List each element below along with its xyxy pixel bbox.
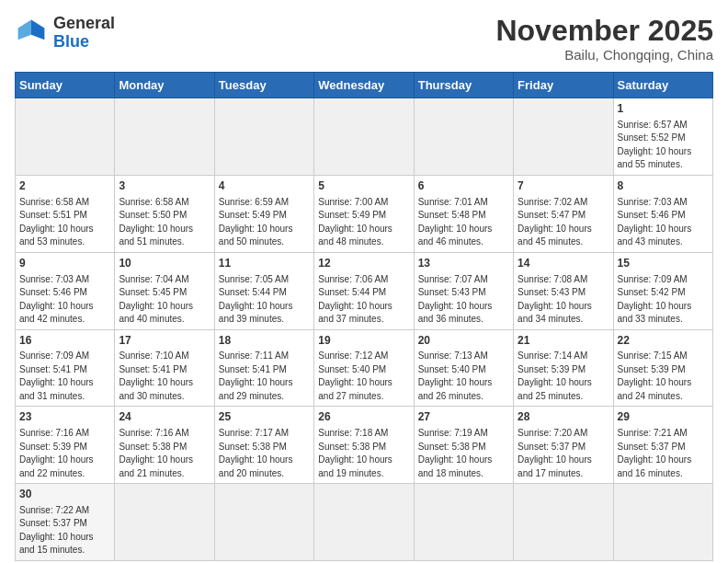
day-info: Sunrise: 7:17 AM Sunset: 5:38 PM Dayligh… <box>219 427 310 480</box>
calendar-day: 4Sunrise: 6:59 AM Sunset: 5:49 PM Daylig… <box>214 175 313 252</box>
day-number: 13 <box>418 256 509 271</box>
calendar-week-0: 1Sunrise: 6:57 AM Sunset: 5:52 PM Daylig… <box>16 98 713 176</box>
day-number: 8 <box>618 178 709 194</box>
calendar-day: 21Sunrise: 7:14 AM Sunset: 5:39 PM Dayli… <box>514 329 613 407</box>
calendar-day: 19Sunrise: 7:12 AM Sunset: 5:40 PM Dayli… <box>314 329 414 407</box>
day-info: Sunrise: 7:22 AM Sunset: 5:37 PM Dayligh… <box>19 504 110 557</box>
calendar-day <box>115 98 214 176</box>
calendar-day <box>115 484 214 561</box>
logo-icon <box>15 17 48 50</box>
weekday-header-sunday: Sunday <box>16 73 115 98</box>
day-info: Sunrise: 7:05 AM Sunset: 5:44 PM Dayligh… <box>219 273 310 327</box>
day-number: 28 <box>518 409 609 425</box>
day-info: Sunrise: 7:20 AM Sunset: 5:37 PM Dayligh… <box>518 427 609 480</box>
calendar-day: 1Sunrise: 6:57 AM Sunset: 5:52 PM Daylig… <box>613 98 712 176</box>
day-number: 27 <box>418 409 509 425</box>
calendar-day: 22Sunrise: 7:15 AM Sunset: 5:39 PM Dayli… <box>613 329 712 407</box>
logo-text: General Blue <box>53 15 115 52</box>
calendar-week-3: 16Sunrise: 7:09 AM Sunset: 5:41 PM Dayli… <box>16 329 713 407</box>
calendar-week-2: 9Sunrise: 7:03 AM Sunset: 5:46 PM Daylig… <box>16 252 713 329</box>
day-info: Sunrise: 6:58 AM Sunset: 5:50 PM Dayligh… <box>119 196 210 249</box>
calendar-day <box>613 484 712 561</box>
logo: General Blue <box>15 15 115 52</box>
weekday-header-thursday: Thursday <box>414 73 513 98</box>
day-number: 29 <box>618 409 709 425</box>
day-number: 15 <box>618 256 709 271</box>
day-info: Sunrise: 7:00 AM Sunset: 5:49 PM Dayligh… <box>318 196 409 249</box>
calendar-day <box>414 484 513 561</box>
weekday-header-tuesday: Tuesday <box>214 73 313 98</box>
day-number: 6 <box>418 178 509 194</box>
calendar-day: 3Sunrise: 6:58 AM Sunset: 5:50 PM Daylig… <box>115 175 214 252</box>
day-info: Sunrise: 7:09 AM Sunset: 5:41 PM Dayligh… <box>19 350 110 403</box>
calendar-day: 5Sunrise: 7:00 AM Sunset: 5:49 PM Daylig… <box>314 175 414 252</box>
subtitle: Bailu, Chongqing, China <box>495 47 713 63</box>
logo-general-text: General <box>53 15 115 33</box>
calendar-day <box>514 98 613 176</box>
weekday-header-friday: Friday <box>514 73 613 98</box>
day-number: 16 <box>19 333 110 349</box>
day-info: Sunrise: 7:19 AM Sunset: 5:38 PM Dayligh… <box>418 427 509 480</box>
day-info: Sunrise: 7:21 AM Sunset: 5:37 PM Dayligh… <box>618 427 709 480</box>
calendar-day: 23Sunrise: 7:16 AM Sunset: 5:39 PM Dayli… <box>16 407 115 484</box>
calendar-day <box>314 98 414 176</box>
day-number: 5 <box>318 178 409 194</box>
page: General Blue November 2025 Bailu, Chongq… <box>0 0 728 563</box>
calendar-week-5: 30Sunrise: 7:22 AM Sunset: 5:37 PM Dayli… <box>16 484 713 561</box>
day-info: Sunrise: 7:03 AM Sunset: 5:46 PM Dayligh… <box>618 196 709 249</box>
calendar-day <box>514 484 613 561</box>
day-info: Sunrise: 7:14 AM Sunset: 5:39 PM Dayligh… <box>518 350 609 403</box>
day-info: Sunrise: 7:08 AM Sunset: 5:43 PM Dayligh… <box>518 273 609 327</box>
day-number: 14 <box>518 256 609 271</box>
day-number: 22 <box>618 333 709 349</box>
calendar-day: 29Sunrise: 7:21 AM Sunset: 5:37 PM Dayli… <box>613 407 712 484</box>
calendar-day: 30Sunrise: 7:22 AM Sunset: 5:37 PM Dayli… <box>16 484 115 561</box>
calendar-week-1: 2Sunrise: 6:58 AM Sunset: 5:51 PM Daylig… <box>16 175 713 252</box>
day-info: Sunrise: 7:04 AM Sunset: 5:45 PM Dayligh… <box>119 273 210 327</box>
calendar-day: 18Sunrise: 7:11 AM Sunset: 5:41 PM Dayli… <box>214 329 313 407</box>
day-number: 21 <box>518 333 609 349</box>
day-info: Sunrise: 7:06 AM Sunset: 5:44 PM Dayligh… <box>318 273 409 327</box>
svg-marker-0 <box>31 19 44 40</box>
day-number: 9 <box>19 256 110 271</box>
calendar-week-4: 23Sunrise: 7:16 AM Sunset: 5:39 PM Dayli… <box>16 407 713 484</box>
day-info: Sunrise: 7:09 AM Sunset: 5:42 PM Dayligh… <box>618 273 709 327</box>
day-info: Sunrise: 7:13 AM Sunset: 5:40 PM Dayligh… <box>418 350 509 403</box>
calendar-day: 9Sunrise: 7:03 AM Sunset: 5:46 PM Daylig… <box>16 252 115 329</box>
day-number: 26 <box>318 409 409 425</box>
calendar-day: 16Sunrise: 7:09 AM Sunset: 5:41 PM Dayli… <box>16 329 115 407</box>
calendar-day: 20Sunrise: 7:13 AM Sunset: 5:40 PM Dayli… <box>414 329 513 407</box>
calendar-table: SundayMondayTuesdayWednesdayThursdayFrid… <box>15 72 713 561</box>
day-info: Sunrise: 7:11 AM Sunset: 5:41 PM Dayligh… <box>219 350 310 403</box>
title-block: November 2025 Bailu, Chongqing, China <box>495 15 713 63</box>
day-number: 3 <box>119 178 210 194</box>
day-number: 24 <box>119 409 210 425</box>
weekday-header-monday: Monday <box>115 73 214 98</box>
day-number: 4 <box>219 178 310 194</box>
day-info: Sunrise: 7:18 AM Sunset: 5:38 PM Dayligh… <box>318 427 409 480</box>
day-number: 25 <box>219 409 310 425</box>
calendar-day: 27Sunrise: 7:19 AM Sunset: 5:38 PM Dayli… <box>414 407 513 484</box>
calendar-day: 10Sunrise: 7:04 AM Sunset: 5:45 PM Dayli… <box>115 252 214 329</box>
weekday-header-saturday: Saturday <box>613 73 712 98</box>
day-number: 23 <box>19 409 110 425</box>
calendar-body: 1Sunrise: 6:57 AM Sunset: 5:52 PM Daylig… <box>16 98 713 561</box>
day-number: 20 <box>418 333 509 349</box>
day-info: Sunrise: 7:01 AM Sunset: 5:48 PM Dayligh… <box>418 196 509 249</box>
weekday-row: SundayMondayTuesdayWednesdayThursdayFrid… <box>16 73 713 98</box>
logo-blue-text: Blue <box>53 33 115 52</box>
day-number: 10 <box>119 256 210 271</box>
day-number: 2 <box>19 178 110 194</box>
calendar-day: 8Sunrise: 7:03 AM Sunset: 5:46 PM Daylig… <box>613 175 712 252</box>
calendar-day <box>414 98 513 176</box>
calendar-day <box>314 484 414 561</box>
calendar-header: SundayMondayTuesdayWednesdayThursdayFrid… <box>16 73 713 98</box>
calendar-day: 7Sunrise: 7:02 AM Sunset: 5:47 PM Daylig… <box>514 175 613 252</box>
calendar-day: 11Sunrise: 7:05 AM Sunset: 5:44 PM Dayli… <box>214 252 313 329</box>
day-info: Sunrise: 7:07 AM Sunset: 5:43 PM Dayligh… <box>418 273 509 327</box>
day-info: Sunrise: 6:58 AM Sunset: 5:51 PM Dayligh… <box>19 196 110 249</box>
calendar-day: 28Sunrise: 7:20 AM Sunset: 5:37 PM Dayli… <box>514 407 613 484</box>
day-info: Sunrise: 7:16 AM Sunset: 5:38 PM Dayligh… <box>119 427 210 480</box>
day-info: Sunrise: 7:03 AM Sunset: 5:46 PM Dayligh… <box>19 273 110 327</box>
calendar-day: 25Sunrise: 7:17 AM Sunset: 5:38 PM Dayli… <box>214 407 313 484</box>
